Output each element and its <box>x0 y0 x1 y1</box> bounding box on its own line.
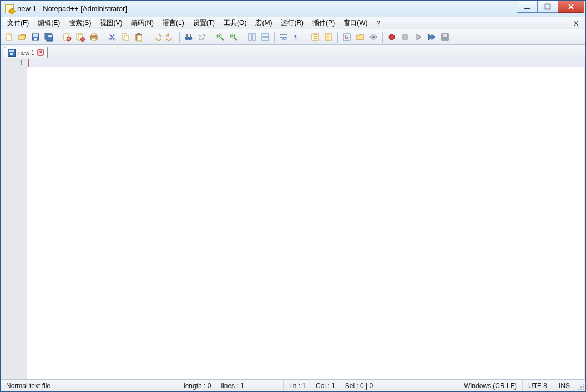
close-all-button[interactable] <box>74 31 87 43</box>
tab-new1[interactable]: new 1 × <box>4 47 48 58</box>
function-list-button[interactable]: fx <box>341 31 353 43</box>
wordwrap-icon <box>279 33 288 42</box>
tab-label: new 1 <box>18 49 34 56</box>
sync-hscroll-button[interactable] <box>259 31 271 43</box>
sync-horizontal-icon <box>261 33 270 42</box>
fast-forward-icon <box>427 33 436 42</box>
lang-panel-button[interactable] <box>322 31 335 43</box>
svg-point-13 <box>81 37 85 41</box>
status-eol[interactable]: Windows (CR LF) <box>458 380 523 391</box>
printer-icon <box>89 33 98 42</box>
svg-rect-33 <box>252 34 255 40</box>
show-all-chars-button[interactable]: ¶ <box>291 31 303 43</box>
zoom-in-button[interactable] <box>214 31 226 43</box>
menu-view[interactable]: 视图(V) <box>95 17 127 29</box>
monitoring-button[interactable] <box>367 31 380 43</box>
svg-rect-14 <box>92 34 96 36</box>
title-bar[interactable]: new 1 - Notepad++ [Administrator] <box>1 1 585 17</box>
menu-edit[interactable]: 编辑(E) <box>33 17 64 29</box>
svg-text:fx: fx <box>345 35 349 40</box>
menu-plugins[interactable]: 插件(P) <box>308 17 339 29</box>
menu-run[interactable]: 运行(R) <box>276 17 308 29</box>
svg-rect-47 <box>443 34 447 37</box>
status-encoding[interactable]: UTF-8 <box>523 380 553 391</box>
close-button[interactable] <box>558 1 584 13</box>
tab-save-state-icon <box>8 49 16 57</box>
folder-open-icon <box>18 33 27 42</box>
play-multi-button[interactable] <box>426 31 438 43</box>
copy-icon <box>121 33 130 42</box>
editor-area: 1 <box>1 58 585 379</box>
status-insert-mode[interactable]: INS <box>553 380 575 391</box>
undo-icon <box>153 33 161 42</box>
pilcrow-icon: ¶ <box>292 33 301 42</box>
svg-point-44 <box>389 34 395 40</box>
menu-search[interactable]: 搜索(S) <box>64 17 95 29</box>
open-file-button[interactable] <box>16 31 28 43</box>
svg-rect-8 <box>48 35 52 37</box>
svg-rect-32 <box>249 34 251 40</box>
binoculars-icon <box>184 33 193 42</box>
page-close-icon <box>63 33 72 42</box>
svg-rect-1 <box>545 4 550 9</box>
replace-icon: ab <box>198 33 206 42</box>
svg-point-53 <box>583 389 584 390</box>
record-macro-button[interactable] <box>386 31 398 43</box>
maximize-button[interactable] <box>537 1 558 13</box>
menubar-close-icon[interactable]: X <box>569 19 583 28</box>
menu-settings[interactable]: 设置(T) <box>189 17 219 29</box>
text-editor[interactable] <box>27 58 584 379</box>
svg-rect-39 <box>326 34 329 40</box>
menu-window[interactable]: 窗口(W) <box>339 17 372 29</box>
svg-rect-26 <box>186 34 188 37</box>
cut-button[interactable] <box>106 31 118 43</box>
grip-icon <box>578 384 584 390</box>
text-caret <box>28 59 29 67</box>
replace-button[interactable]: ab <box>196 31 208 43</box>
sync-vertical-icon <box>247 33 256 42</box>
tab-close-button[interactable]: × <box>37 49 44 56</box>
svg-point-52 <box>580 389 582 390</box>
indent-guide-button[interactable] <box>309 31 321 43</box>
status-bar: Normal text file length : 0 lines : 1 Ln… <box>1 379 585 391</box>
menu-tools[interactable]: 工具(O) <box>219 17 251 29</box>
redo-button[interactable] <box>164 31 176 43</box>
save-macro-button[interactable] <box>439 31 451 43</box>
menu-file[interactable]: 文件(F) <box>3 17 33 29</box>
svg-text:b: b <box>202 37 204 41</box>
window-controls <box>517 1 585 17</box>
close-file-button[interactable] <box>61 31 73 43</box>
save-button[interactable] <box>29 31 42 43</box>
eye-icon <box>369 33 378 42</box>
minimize-icon <box>524 3 531 10</box>
indent-guide-icon <box>311 33 320 42</box>
folder-workspace-button[interactable] <box>354 31 366 43</box>
menu-help[interactable]: ? <box>372 18 385 29</box>
lang-panel-icon <box>324 33 333 42</box>
play-macro-button[interactable] <box>412 31 425 43</box>
resize-grip[interactable] <box>575 380 585 391</box>
save-all-button[interactable] <box>43 31 55 43</box>
save-icon <box>31 33 40 42</box>
menu-encoding[interactable]: 编码(N) <box>127 17 158 29</box>
svg-rect-5 <box>34 38 37 40</box>
paste-button[interactable] <box>133 31 145 43</box>
svg-rect-45 <box>403 35 407 39</box>
copy-button[interactable] <box>119 31 132 43</box>
menu-language[interactable]: 语言(L) <box>158 17 189 29</box>
document-tabs: new 1 × <box>1 45 585 58</box>
find-button[interactable] <box>183 31 195 43</box>
undo-button[interactable] <box>151 31 163 43</box>
zoom-out-button[interactable] <box>228 31 240 43</box>
wordwrap-button[interactable] <box>277 31 290 43</box>
sync-vscroll-button[interactable] <box>246 31 258 43</box>
svg-point-50 <box>583 386 584 388</box>
svg-rect-22 <box>137 35 142 41</box>
new-file-button[interactable] <box>3 31 15 43</box>
app-window: new 1 - Notepad++ [Administrator] 文件(F) … <box>0 0 586 392</box>
line-number-gutter[interactable]: 1 <box>2 58 27 379</box>
print-button[interactable] <box>88 31 100 43</box>
menu-macro[interactable]: 宏(M) <box>251 17 276 29</box>
minimize-button[interactable] <box>517 1 538 13</box>
stop-macro-button[interactable] <box>399 31 411 43</box>
